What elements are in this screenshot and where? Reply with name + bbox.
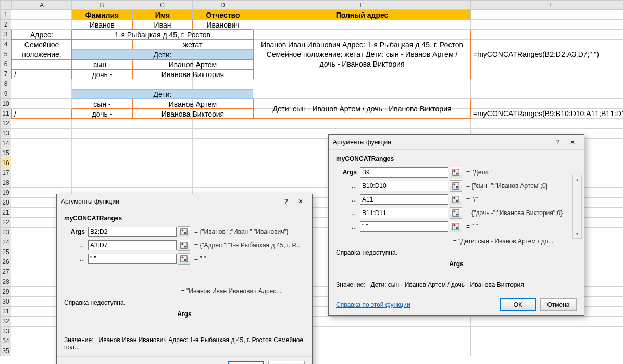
cell-B3[interactable]: 1-я Рыбацкая д 45, г. Ростов [72, 30, 253, 40]
row-header-22[interactable]: 22 [0, 218, 11, 228]
row-header-13[interactable]: 13 [0, 129, 11, 139]
range-selector-icon[interactable] [178, 240, 190, 251]
col-header-B[interactable]: B [72, 0, 132, 10]
row-header-6[interactable]: 6 [0, 59, 11, 69]
row-header-3[interactable]: 3 [0, 30, 11, 40]
row-header-20[interactable]: 20 [0, 198, 11, 208]
args-scrollbar[interactable]: ▴▾ [572, 175, 582, 239]
cell-bg[interactable] [193, 139, 253, 148]
range-selector-icon[interactable] [450, 180, 462, 192]
cell-bg[interactable] [253, 119, 471, 129]
row-header-16[interactable]: 16 [0, 158, 11, 168]
cell-D1[interactable]: Отчество [193, 10, 253, 20]
cell-bg[interactable] [132, 178, 193, 188]
cell-bg[interactable] [132, 79, 193, 89]
cell-bg[interactable] [72, 139, 132, 148]
row-header-21[interactable]: 21 [0, 208, 11, 218]
help-link[interactable]: Справка по этой функции [336, 301, 495, 308]
cell-C7[interactable]: Иванова Виктория [132, 69, 253, 79]
cell-bg[interactable] [11, 178, 72, 188]
row-header-28[interactable]: 28 [0, 277, 11, 287]
row-header-15[interactable]: 15 [0, 148, 11, 158]
cell-bg[interactable] [193, 119, 253, 129]
cell-bg[interactable] [471, 59, 623, 69]
ok-button[interactable]: ОК [228, 361, 264, 364]
cell-E3[interactable]: Иванов Иван Иванович Адрес: 1-я Рыбацкая… [253, 30, 471, 79]
cell-bg[interactable] [11, 20, 72, 30]
cell-A3[interactable]: Адрес: [11, 30, 72, 40]
cell-bg[interactable] [11, 79, 72, 89]
cell-C6[interactable]: Иванов Артем [132, 59, 253, 69]
cell-C10[interactable]: Иванов Артем [132, 99, 253, 109]
cell-C4[interactable]: жетат [132, 40, 253, 49]
cell-bg[interactable] [471, 336, 623, 346]
row-header-5[interactable]: 5 [0, 49, 11, 59]
cell-bg[interactable] [193, 158, 253, 168]
arg-input[interactable] [88, 254, 177, 264]
col-header-F[interactable]: F [471, 0, 623, 10]
cell-bg[interactable] [132, 158, 193, 168]
help-icon[interactable]: ? [551, 137, 565, 147]
cell-B4[interactable] [72, 40, 132, 49]
cell-bg[interactable] [11, 139, 72, 148]
cell-bg[interactable] [11, 168, 72, 178]
cell-bg[interactable] [253, 89, 471, 99]
cell-bg[interactable] [471, 20, 623, 30]
cell-bg[interactable] [471, 79, 623, 89]
cell-A6[interactable] [11, 59, 72, 69]
close-icon[interactable]: ✕ [565, 137, 580, 147]
arg-input[interactable] [360, 167, 448, 178]
col-header-E[interactable]: E [253, 0, 471, 10]
cell-B1[interactable]: Фамилия [72, 10, 132, 20]
cell-bg[interactable] [11, 148, 72, 158]
row-header-35[interactable]: 35 [0, 346, 11, 356]
cell-C1[interactable]: Имя [132, 10, 193, 20]
row-header-2[interactable]: 2 [0, 20, 11, 30]
cell-bg[interactable] [11, 158, 72, 168]
cell-bg[interactable] [132, 119, 193, 129]
cell-B10[interactable]: сын - [72, 99, 132, 109]
cell-bg[interactable] [132, 168, 193, 178]
cell-bg[interactable] [132, 139, 193, 148]
row-header-12[interactable]: 12 [0, 119, 11, 129]
row-header-7[interactable]: 7 [0, 69, 11, 79]
cell-bg[interactable] [132, 129, 193, 139]
dialog-titlebar[interactable]: Аргументы функции ? ✕ [57, 194, 312, 209]
row-header-9[interactable]: 9 [0, 89, 11, 99]
cell-bg[interactable] [193, 178, 253, 188]
cell-bg[interactable] [193, 129, 253, 139]
row-header-33[interactable]: 33 [0, 327, 11, 336]
cell-C2[interactable]: Иван [132, 20, 193, 30]
cell-E1[interactable]: Полный адрес [253, 10, 471, 20]
help-icon[interactable]: ? [279, 196, 293, 207]
cell-bg[interactable] [471, 30, 623, 40]
cell-bg[interactable] [193, 148, 253, 158]
cell-bg[interactable] [11, 10, 72, 20]
cell-B6[interactable]: сын - [72, 59, 132, 69]
col-header-D[interactable]: D [193, 0, 253, 10]
row-header-11[interactable]: 11 [0, 109, 11, 119]
close-icon[interactable]: ✕ [293, 196, 308, 207]
range-selector-icon[interactable] [450, 221, 462, 232]
cell-bg[interactable] [471, 119, 623, 129]
range-selector-icon[interactable] [178, 226, 190, 237]
cell-B2[interactable]: Иванов [72, 20, 132, 30]
cell-E10[interactable]: Дети: сын - Иванов Артем / дочь - Иванов… [253, 99, 471, 119]
cell-bg[interactable] [253, 20, 471, 30]
cell-D2[interactable]: Иванович [193, 20, 253, 30]
cell-bg[interactable] [471, 89, 623, 99]
cell-bg[interactable] [471, 346, 623, 356]
row-header-26[interactable]: 26 [0, 257, 11, 267]
row-header-25[interactable]: 25 [0, 247, 11, 257]
cell-A7[interactable]: / [11, 69, 72, 79]
cell-bg[interactable] [11, 99, 72, 109]
cancel-button[interactable]: Отмена [540, 298, 577, 311]
row-header-23[interactable]: 23 [0, 228, 11, 237]
range-selector-icon[interactable] [178, 253, 190, 265]
cell-bg[interactable] [72, 158, 132, 168]
cell-C11[interactable]: Иванова Виктория [132, 109, 253, 119]
cell-bg[interactable] [471, 40, 623, 49]
select-all-corner[interactable] [0, 0, 11, 10]
cell-B11[interactable]: дочь - [72, 109, 132, 119]
cell-bg[interactable] [132, 148, 193, 158]
